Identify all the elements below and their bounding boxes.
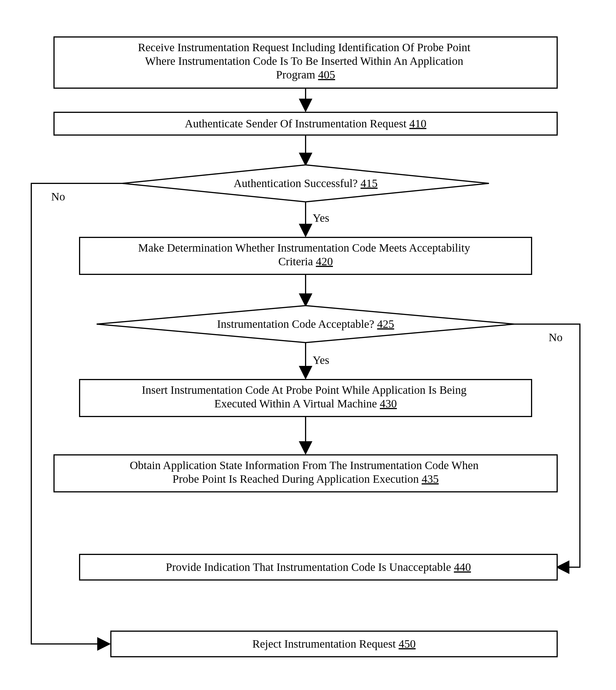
edge-415-yes-label: Yes — [313, 212, 329, 224]
node-435-line1: Obtain Application State Information Fro… — [130, 459, 479, 472]
svg-text:Instrumentation Code Acceptabl: Instrumentation Code Acceptable? 425 — [217, 318, 394, 330]
node-405: Receive Instrumentation Request Includin… — [54, 37, 557, 88]
node-450: Reject Instrumentation Request 450 — [111, 631, 557, 657]
node-415-line1: Authentication Successful? — [234, 177, 358, 190]
node-420-line1: Make Determination Whether Instrumentati… — [138, 241, 470, 254]
node-430-line1: Insert Instrumentation Code At Probe Poi… — [142, 384, 466, 396]
node-425-line1: Instrumentation Code Acceptable? — [217, 318, 374, 330]
node-450-line1: Reject Instrumentation Request — [252, 638, 396, 650]
edge-415-no-label: No — [51, 190, 65, 203]
node-440-line1: Provide Indication That Instrumentation … — [166, 561, 451, 574]
svg-text:Provide Indication That Instru: Provide Indication That Instrumentation … — [166, 561, 471, 574]
node-415: Authentication Successful? 415 — [122, 165, 489, 202]
svg-text:Reject Instrumentation Request: Reject Instrumentation Request 450 — [252, 638, 416, 650]
node-420: Make Determination Whether Instrumentati… — [80, 237, 532, 274]
node-410-ref: 410 — [409, 117, 426, 130]
node-440: Provide Indication That Instrumentation … — [80, 554, 557, 580]
edge-425-no-label: No — [549, 331, 563, 344]
node-405-line3: Program — [276, 68, 315, 81]
node-410-line1: Authenticate Sender Of Instrumentation R… — [185, 117, 406, 130]
edge-425-440 — [514, 324, 580, 567]
node-440-ref: 440 — [454, 561, 471, 574]
node-405-ref: 405 — [318, 68, 335, 81]
node-425-ref: 425 — [377, 318, 394, 330]
svg-text:Authenticate Sender Of Instrum: Authenticate Sender Of Instrumentation R… — [185, 117, 426, 130]
node-405-line2: Where Instrumentation Code Is To Be Inse… — [145, 55, 463, 67]
node-420-line2: Criteria — [278, 255, 313, 268]
node-420-ref: 420 — [316, 255, 333, 268]
node-435-ref: 435 — [422, 473, 439, 485]
node-430: Insert Instrumentation Code At Probe Poi… — [80, 380, 532, 416]
node-430-ref: 430 — [380, 397, 397, 410]
node-435-line2: Probe Point Is Reached During Applicatio… — [173, 473, 419, 485]
node-410: Authenticate Sender Of Instrumentation R… — [54, 112, 557, 135]
flowchart: Receive Instrumentation Request Includin… — [0, 0, 616, 690]
svg-text:Authentication Successful?
   : Authentication Successful? 415 — [234, 177, 378, 190]
node-430-line2: Executed Within A Virtual Machine — [214, 397, 377, 410]
node-435: Obtain Application State Information Fro… — [54, 455, 557, 492]
node-405-line1: Receive Instrumentation Request Includin… — [138, 41, 470, 54]
node-415-ref: 415 — [360, 177, 377, 190]
edge-425-yes-label: Yes — [313, 354, 329, 366]
node-450-ref: 450 — [398, 638, 416, 650]
node-425: Instrumentation Code Acceptable? 425 — [97, 306, 514, 343]
